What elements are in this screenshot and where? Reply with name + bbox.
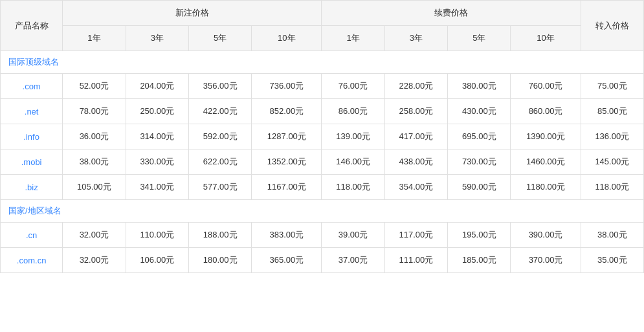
price-cell-0-0-5: 76.00元 [322,74,384,99]
category-link-1[interactable]: 国家/地区域名 [8,206,61,216]
price-cell-1-0-9: 38.00元 [581,223,643,248]
renew-year-1: 1年 [322,26,384,51]
price-cell-1-0-2: 110.00元 [126,223,188,248]
table-row: .com.cn32.00元106.00元180.00元365.00元37.00元… [1,248,644,273]
price-cell-1-0-6: 117.00元 [384,223,447,248]
new-year-1: 1年 [63,26,126,51]
price-cell-0-4-4: 1167.00元 [252,175,322,200]
price-cell-0-2-1: 36.00元 [63,124,126,149]
price-cell-0-2-6: 417.00元 [384,124,447,149]
price-cell-0-2-2: 314.00元 [126,124,188,149]
price-cell-1-0-8: 390.00元 [511,223,581,248]
price-cell-1-0-7: 195.00元 [448,223,511,248]
price-cell-0-4-5: 118.00元 [322,175,384,200]
price-cell-0-1-9: 85.00元 [581,99,643,124]
price-cell-1-1-2: 106.00元 [126,248,188,273]
price-cell-0-3-3: 622.00元 [188,149,251,175]
price-cell-1-1-7: 185.00元 [448,248,511,273]
table-row: .net78.00元250.00元422.00元852.00元86.00元258… [1,99,644,124]
price-cell-0-4-7: 590.00元 [448,175,511,200]
price-cell-1-1-5: 37.00元 [322,248,384,273]
price-cell-0-3-8: 1460.00元 [511,149,581,175]
renew-year-3: 3年 [384,26,447,51]
new-year-3: 3年 [126,26,188,51]
table-row: .biz105.00元341.00元577.00元1167.00元118.00元… [1,175,644,200]
price-cell-0-4-6: 354.00元 [384,175,447,200]
price-cell-1-1-9: 35.00元 [581,248,643,273]
price-cell-0-0-1: 52.00元 [63,74,126,99]
renew-year-10: 10年 [511,26,581,51]
pricing-table: 产品名称 新注价格 续费价格 转入价格 1年 3年 5年 10年 1年 3年 5… [0,0,644,273]
table-row: .com52.00元204.00元356.00元736.00元76.00元228… [1,74,644,99]
price-cell-0-1-8: 860.00元 [511,99,581,124]
domain-link-0-4[interactable]: .biz [25,183,38,192]
price-cell-1-0-4: 383.00元 [252,223,322,248]
price-cell-0-2-3: 592.00元 [188,124,251,149]
table-row: .info36.00元314.00元592.00元1287.00元139.00元… [1,124,644,149]
renew-price-header: 续费价格 [322,1,581,26]
price-cell-0-0-3: 356.00元 [188,74,251,99]
price-cell-1-0-3: 188.00元 [188,223,251,248]
price-cell-1-1-1: 32.00元 [63,248,126,273]
price-cell-0-2-9: 136.00元 [581,124,643,149]
price-cell-0-2-8: 1390.00元 [511,124,581,149]
price-cell-0-0-4: 736.00元 [252,74,322,99]
price-cell-0-1-4: 852.00元 [252,99,322,124]
renew-year-5: 5年 [448,26,511,51]
price-cell-0-4-8: 1180.00元 [511,175,581,200]
table-row: .cn32.00元110.00元188.00元383.00元39.00元117.… [1,223,644,248]
price-cell-0-1-7: 430.00元 [448,99,511,124]
price-cell-0-3-4: 1352.00元 [252,149,322,175]
price-cell-0-4-9: 118.00元 [581,175,643,200]
price-cell-0-2-7: 695.00元 [448,124,511,149]
price-cell-1-0-1: 32.00元 [63,223,126,248]
price-cell-1-1-4: 365.00元 [252,248,322,273]
new-price-header: 新注价格 [63,1,322,26]
domain-link-0-2[interactable]: .info [23,132,39,142]
price-cell-0-4-1: 105.00元 [63,175,126,200]
price-cell-0-1-6: 258.00元 [384,99,447,124]
price-cell-0-1-5: 86.00元 [322,99,384,124]
table-row: .mobi38.00元330.00元622.00元1352.00元146.00元… [1,149,644,175]
domain-link-0-3[interactable]: .mobi [21,157,42,167]
price-cell-0-3-7: 730.00元 [448,149,511,175]
price-cell-0-1-1: 78.00元 [63,99,126,124]
price-cell-0-4-3: 577.00元 [188,175,251,200]
new-year-5: 5年 [188,26,251,51]
price-cell-0-3-2: 330.00元 [126,149,188,175]
price-cell-0-2-4: 1287.00元 [252,124,322,149]
price-cell-0-1-3: 422.00元 [188,99,251,124]
price-cell-0-0-6: 228.00元 [384,74,447,99]
price-cell-0-0-7: 380.00元 [448,74,511,99]
price-cell-0-3-5: 146.00元 [322,149,384,175]
domain-link-0-1[interactable]: .net [25,107,39,116]
transfer-header: 转入价格 [581,1,643,51]
domain-link-1-0[interactable]: .cn [26,230,37,240]
product-header: 产品名称 [1,1,63,51]
new-year-10: 10年 [252,26,322,51]
price-cell-0-3-1: 38.00元 [63,149,126,175]
price-cell-1-1-6: 111.00元 [384,248,447,273]
price-cell-0-1-2: 250.00元 [126,99,188,124]
price-cell-0-3-9: 145.00元 [581,149,643,175]
price-cell-0-4-2: 341.00元 [126,175,188,200]
price-cell-1-1-3: 180.00元 [188,248,251,273]
domain-link-0-0[interactable]: .com [23,82,41,91]
price-cell-0-0-8: 760.00元 [511,74,581,99]
price-cell-0-0-9: 75.00元 [581,74,643,99]
price-cell-1-0-5: 39.00元 [322,223,384,248]
price-cell-0-2-5: 139.00元 [322,124,384,149]
price-cell-0-0-2: 204.00元 [126,74,188,99]
price-cell-0-3-6: 438.00元 [384,149,447,175]
category-link-0[interactable]: 国际顶级域名 [8,57,59,67]
price-cell-1-1-8: 370.00元 [511,248,581,273]
domain-link-1-1[interactable]: .com.cn [17,256,47,265]
